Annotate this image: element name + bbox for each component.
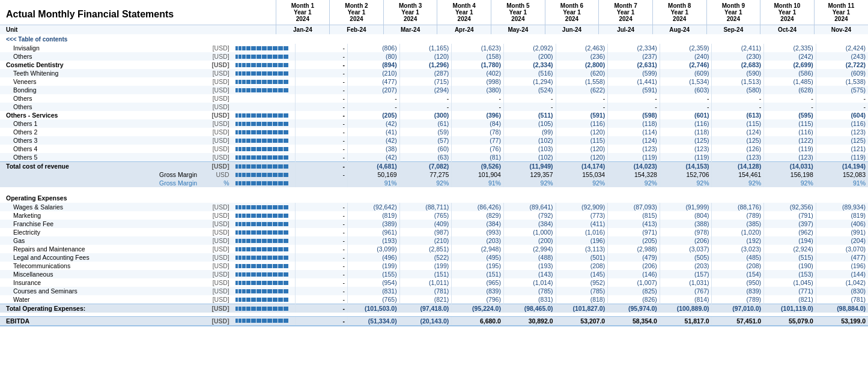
page-title: Actual Monthly Financial Statements [0, 0, 210, 25]
op-exp-header-row: Operating Expenses [0, 191, 868, 203]
row-unit: [USD] [203, 287, 232, 295]
toc-link[interactable]: <<< Table of contents [0, 34, 192, 44]
value-cell: (821) [764, 295, 816, 304]
value-cell: (715) [399, 77, 452, 86]
data-row: Bonding[USD]-(207)(294)(380)(524)(622)(5… [0, 86, 868, 94]
row-label: Water [0, 295, 203, 304]
value-cell: (2,631) [608, 61, 660, 69]
data-row: Gas[USD]-(193)(210)(203)(200)(196)(205)(… [0, 236, 868, 245]
value-cell: - [816, 94, 868, 103]
value-cell: (192) [712, 236, 764, 245]
value-cell: - [296, 270, 348, 278]
value-cell: (2,424) [816, 44, 868, 52]
sparkline-cell [232, 287, 296, 295]
value-cell: - [296, 170, 348, 179]
value-cell: (203) [452, 236, 504, 245]
data-row: Wages & Salaries[USD]-(92,642)(88,711)(8… [0, 203, 868, 211]
sparkline-cell [232, 316, 296, 326]
value-cell: 91% [816, 179, 868, 187]
value-cell: (123) [764, 153, 816, 162]
row-unit: % [203, 179, 232, 187]
value-cell: (196) [816, 262, 868, 270]
value-cell: (598) [608, 111, 660, 119]
month-7-header: Month 7Year 12024 [599, 0, 653, 25]
value-cell: (158) [452, 52, 504, 61]
value-cell: (300) [399, 111, 452, 119]
value-cell: 77,275 [399, 170, 452, 179]
row-unit: [USD] [203, 44, 232, 52]
row-unit: [USD] [203, 86, 232, 94]
value-cell: (488) [503, 253, 556, 262]
value-cell: (99) [503, 128, 556, 136]
value-cell: (767) [660, 287, 712, 295]
value-cell: (613) [712, 111, 764, 119]
value-cell: (118) [608, 119, 660, 128]
unit-label: Unit [0, 25, 276, 35]
value-cell: 58,354.0 [608, 316, 660, 326]
value-cell: (20,143.0) [399, 316, 452, 326]
data-row: Others 4[USD]-(38)(60)(76)(103)(120)(123… [0, 145, 868, 153]
value-cell: (81) [452, 153, 504, 162]
value-cell: - [503, 94, 556, 103]
value-cell: - [296, 203, 348, 211]
value-cell: (123) [712, 153, 764, 162]
value-cell: (14,128) [712, 162, 764, 171]
row-unit: [USD] [203, 61, 232, 69]
sparkline-cell [232, 236, 296, 245]
row-label: Insurance [0, 278, 203, 287]
value-cell: (389) [348, 220, 400, 228]
value-cell: (78) [452, 128, 504, 136]
value-cell: (591) [608, 86, 660, 94]
value-cell: (604) [816, 111, 868, 119]
value-cell: (620) [556, 69, 608, 77]
value-cell: (243) [816, 52, 868, 61]
value-cell: (155) [348, 270, 400, 278]
value-cell: (825) [608, 287, 660, 295]
value-cell: - [296, 103, 348, 111]
data-row: Others - Services[USD]-(205)(300)(396)(5… [0, 111, 868, 119]
row-unit: [USD] [203, 245, 232, 253]
value-cell: (501) [556, 253, 608, 262]
value-cell: (200) [503, 236, 556, 245]
value-cell: (496) [348, 253, 400, 262]
value-cell: - [296, 295, 348, 304]
value-cell: 156,198 [764, 170, 816, 179]
sparkline-cell [232, 153, 296, 162]
value-cell: (4,681) [348, 162, 400, 171]
value-cell: (95,974.0) [608, 304, 660, 313]
row-label: Gas [0, 236, 203, 245]
value-cell: (60) [399, 145, 452, 153]
value-cell: (206) [660, 236, 712, 245]
value-cell: (894) [348, 61, 400, 69]
value-cell: (7,082) [399, 162, 452, 171]
row-label: Others [0, 94, 203, 103]
value-cell: (88,711) [399, 203, 452, 211]
value-cell: (522) [399, 253, 452, 262]
value-cell: (1,016) [556, 228, 608, 236]
value-cell: (2,948) [452, 245, 504, 253]
value-cell: - [296, 287, 348, 295]
value-cell: (380) [452, 86, 504, 94]
value-cell: (516) [503, 69, 556, 77]
value-cell: (195) [452, 262, 504, 270]
row-label: Legal and Accounting Fees [0, 253, 203, 262]
col-unit-9: Sep-24 [706, 25, 760, 35]
value-cell: - [452, 94, 504, 103]
row-label: Cosmetic Dentistry [0, 61, 203, 69]
value-cell: (102) [503, 153, 556, 162]
col-unit-6: Jun-24 [545, 25, 599, 35]
value-cell: (103) [503, 145, 556, 153]
value-cell: (120) [556, 128, 608, 136]
value-cell: - [660, 94, 712, 103]
sparkline-cell [232, 304, 296, 313]
value-cell: - [399, 94, 452, 103]
data-row: Others[USD]----------- [0, 103, 868, 111]
value-cell: (115) [556, 136, 608, 145]
row-label: Others [0, 52, 203, 61]
sparkline-cell [232, 52, 296, 61]
value-cell: (14,023) [608, 162, 660, 171]
data-row: Others[USD]-(80)(120)(158)(200)(236)(237… [0, 52, 868, 61]
data-row: Legal and Accounting Fees[USD]-(496)(522… [0, 253, 868, 262]
value-cell: - [296, 128, 348, 136]
value-cell: - [296, 278, 348, 287]
